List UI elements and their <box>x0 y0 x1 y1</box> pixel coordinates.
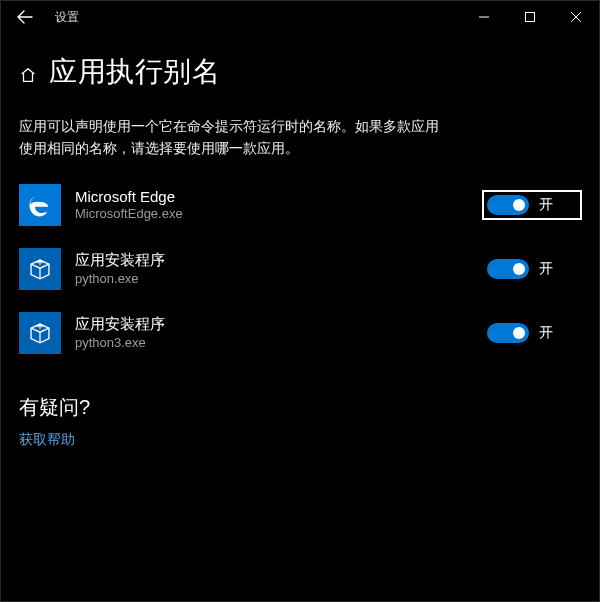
app-file: python3.exe <box>75 335 483 350</box>
app-list: Microsoft Edge MicrosoftEdge.exe 开 应用安装程… <box>19 184 581 354</box>
maximize-button[interactable] <box>507 1 553 33</box>
home-icon <box>19 66 37 84</box>
back-arrow-icon <box>17 9 33 25</box>
close-icon <box>571 12 581 22</box>
installer-icon <box>19 312 61 354</box>
box-glyph-icon <box>27 320 53 346</box>
app-file: python.exe <box>75 271 483 286</box>
toggle-track-icon <box>487 195 529 215</box>
app-info: Microsoft Edge MicrosoftEdge.exe <box>75 188 483 221</box>
list-item: 应用安装程序 python3.exe 开 <box>19 312 581 354</box>
svg-rect-0 <box>526 13 535 22</box>
close-button[interactable] <box>553 1 599 33</box>
list-item: Microsoft Edge MicrosoftEdge.exe 开 <box>19 184 581 226</box>
titlebar: 设置 <box>1 1 599 33</box>
list-item: 应用安装程序 python.exe 开 <box>19 248 581 290</box>
toggle-switch[interactable]: 开 <box>483 319 581 347</box>
toggle-switch[interactable]: 开 <box>483 255 581 283</box>
box-glyph-icon <box>27 256 53 282</box>
app-info: 应用安装程序 python.exe <box>75 251 483 286</box>
get-help-link[interactable]: 获取帮助 <box>19 431 581 449</box>
window-controls <box>461 1 599 33</box>
edge-glyph-icon <box>27 192 53 218</box>
toggle-track-icon <box>487 259 529 279</box>
toggle-track-icon <box>487 323 529 343</box>
toggle-label: 开 <box>539 324 553 342</box>
toggle-label: 开 <box>539 196 553 214</box>
app-name: 应用安装程序 <box>75 251 483 270</box>
app-file: MicrosoftEdge.exe <box>75 206 483 221</box>
back-button[interactable] <box>1 1 49 33</box>
window-title: 设置 <box>55 9 79 26</box>
home-button[interactable] <box>19 66 37 84</box>
installer-icon <box>19 248 61 290</box>
page-title: 应用执行别名 <box>49 53 220 91</box>
help-heading: 有疑问? <box>19 394 581 421</box>
toggle-switch[interactable]: 开 <box>483 191 581 219</box>
heading-row: 应用执行别名 <box>19 53 581 91</box>
toggle-label: 开 <box>539 260 553 278</box>
maximize-icon <box>525 12 535 22</box>
minimize-button[interactable] <box>461 1 507 33</box>
minimize-icon <box>479 12 489 22</box>
content: 应用执行别名 应用可以声明使用一个它在命令提示符运行时的名称。如果多款应用使用相… <box>1 33 599 465</box>
titlebar-left: 设置 <box>1 1 79 33</box>
page-description: 应用可以声明使用一个它在命令提示符运行时的名称。如果多款应用使用相同的名称，请选… <box>19 115 439 160</box>
app-name: 应用安装程序 <box>75 315 483 334</box>
edge-icon <box>19 184 61 226</box>
app-name: Microsoft Edge <box>75 188 483 205</box>
app-info: 应用安装程序 python3.exe <box>75 315 483 350</box>
